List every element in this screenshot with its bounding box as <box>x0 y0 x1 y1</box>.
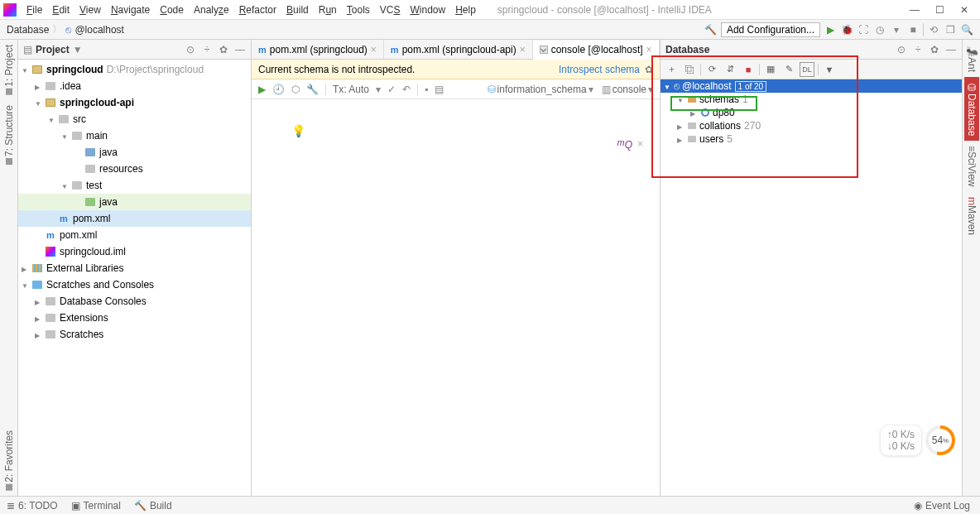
breadcrumb-root[interactable]: Database <box>7 24 49 36</box>
rollback-icon[interactable]: ↶ <box>402 84 411 95</box>
breadcrumb[interactable]: Database 〉 ⎋ @localhost <box>7 22 124 36</box>
sb-event-log[interactable]: ◉ Event Log <box>914 500 970 512</box>
db-filter-icon[interactable]: ▼ <box>822 62 837 77</box>
menu-tools[interactable]: Tools <box>342 2 375 17</box>
menu-file[interactable]: File <box>22 2 47 17</box>
sb-todo[interactable]: ≣ 6: TODO <box>7 500 58 512</box>
db-table-icon[interactable]: ▦ <box>763 62 778 77</box>
gutter-favorites[interactable]: 2: Favorites <box>2 425 17 496</box>
menu-view[interactable]: View <box>74 2 106 17</box>
menu-vcs[interactable]: VCS <box>375 2 406 17</box>
history-icon[interactable]: 🕘 <box>272 84 285 95</box>
maximize-button[interactable]: ☐ <box>934 4 945 16</box>
tab-close-icon[interactable]: × <box>520 44 526 55</box>
db-refresh-icon[interactable]: ⟳ <box>704 62 719 77</box>
hide-icon[interactable]: — <box>234 44 246 55</box>
db-hide-icon[interactable]: — <box>945 44 957 55</box>
db-settings-icon[interactable]: ✿ <box>929 44 940 55</box>
tree-node-idea[interactable]: .idea <box>18 78 251 94</box>
tab-pom-springcloud[interactable]: mpom.xml (springcloud)× <box>252 40 384 59</box>
run-icon[interactable]: ▶ <box>824 23 837 36</box>
search-close-icon[interactable]: × <box>637 138 643 150</box>
schema-selector[interactable]: ⛁information_schema▾ <box>488 84 593 95</box>
search-icon[interactable]: 🔍 <box>960 23 973 36</box>
editor-body[interactable]: 💡 mQ × <box>252 99 660 496</box>
tree-node-scratches2[interactable]: Scratches <box>18 326 251 343</box>
minimize-button[interactable]: — <box>909 4 920 16</box>
tree-node-scratches[interactable]: Scratches and Consoles <box>18 276 251 293</box>
db-users-row[interactable]: users5 <box>661 132 962 146</box>
db-edit-icon[interactable]: ✎ <box>781 62 796 77</box>
db-schemas-row[interactable]: schemas1 <box>661 93 962 106</box>
tree-node-java2[interactable]: java <box>18 194 251 210</box>
tree-node-extensions[interactable]: Extensions <box>18 310 251 326</box>
db-schema-dp80[interactable]: dp80 <box>661 106 962 119</box>
sb-build[interactable]: 🔨 Build <box>134 500 172 512</box>
vcs-update-icon[interactable]: ⟲ <box>927 23 940 36</box>
menu-navigate[interactable]: Navigate <box>106 2 155 17</box>
db-datasource-row[interactable]: ⎋ @localhost 1 of 20 <box>661 79 962 93</box>
tree-node-pom-root[interactable]: mpom.xml <box>18 227 251 243</box>
db-add-icon[interactable]: ＋ <box>664 62 679 77</box>
menu-help[interactable]: Help <box>450 2 481 17</box>
project-tree[interactable]: springcloudD:\Project\springcloud .idea … <box>18 60 251 344</box>
tree-node-iml[interactable]: springcloud.iml <box>18 243 251 260</box>
gutter-structure[interactable]: 7: Structure <box>2 100 17 170</box>
db-duplicate-icon[interactable]: ⿻ <box>682 62 697 77</box>
execute-icon[interactable]: ▶ <box>258 84 266 95</box>
tree-node-ext-libs[interactable]: External Libraries <box>18 260 251 276</box>
db-expand-icon[interactable]: ÷ <box>912 44 924 55</box>
menu-refactor[interactable]: Refactor <box>234 2 281 17</box>
tab-pom-api[interactable]: mpom.xml (springcloud-api)× <box>384 40 533 59</box>
db-target-icon[interactable]: ⊙ <box>896 44 907 55</box>
attach-icon[interactable]: ▾ <box>890 23 903 36</box>
gutter-project[interactable]: 1: Project <box>2 40 17 100</box>
menu-run[interactable]: Run <box>314 2 342 17</box>
tab-console[interactable]: console [@localhost]× <box>533 41 660 60</box>
intention-bulb-icon[interactable]: 💡 <box>291 124 305 137</box>
db-ddl-icon[interactable]: DL <box>800 62 814 77</box>
build-icon[interactable]: 🔨 <box>704 23 718 36</box>
output-icon[interactable]: ▤ <box>435 84 444 95</box>
project-panel-title[interactable]: Project <box>36 44 70 55</box>
gutter-maven[interactable]: mMaven <box>964 192 979 240</box>
menu-window[interactable]: Window <box>405 2 450 17</box>
tree-node-api[interactable]: springcloud-api <box>18 94 251 111</box>
db-tree[interactable]: ⎋ @localhost 1 of 20 schemas1 dp80 colla… <box>661 79 962 146</box>
profile-icon[interactable]: ◷ <box>873 23 886 36</box>
tree-node-db-consoles[interactable]: Database Consoles <box>18 293 251 310</box>
debug-icon[interactable]: 🐞 <box>840 23 853 36</box>
close-button[interactable]: ✕ <box>958 4 970 16</box>
stop-query-icon[interactable]: ▪ <box>425 84 428 95</box>
select-opened-icon[interactable]: ⊙ <box>185 44 196 55</box>
tree-node-java1[interactable]: java <box>18 144 251 161</box>
menu-build[interactable]: Build <box>281 2 314 17</box>
console-selector[interactable]: ▥console▾ <box>602 84 653 95</box>
db-sync-icon[interactable]: ⇵ <box>723 62 737 77</box>
settings-wrench-icon[interactable]: 🔧 <box>306 84 319 95</box>
db-stop-icon[interactable]: ■ <box>741 62 756 77</box>
db-collations-row[interactable]: collations270 <box>661 119 962 132</box>
gutter-database[interactable]: ⛁Database <box>964 77 979 141</box>
breadcrumb-item[interactable]: @localhost <box>74 24 124 36</box>
tree-node-src[interactable]: src <box>18 111 251 127</box>
add-configuration-button[interactable]: Add Configuration... <box>721 22 820 37</box>
tree-root[interactable]: springcloudD:\Project\springcloud <box>18 61 251 78</box>
tab-close-icon[interactable]: × <box>371 44 377 55</box>
structure-icon[interactable]: ❐ <box>944 23 957 36</box>
sb-terminal[interactable]: ▣ Terminal <box>71 500 121 512</box>
menu-analyze[interactable]: Analyze <box>189 2 234 17</box>
menu-code[interactable]: Code <box>155 2 189 17</box>
tab-close-icon[interactable]: × <box>646 44 652 55</box>
tree-node-test[interactable]: test <box>18 177 251 194</box>
tx-mode-selector[interactable]: Tx: Auto <box>333 84 369 95</box>
menu-edit[interactable]: Edit <box>47 2 74 17</box>
tree-node-resources[interactable]: resources <box>18 161 251 177</box>
tree-node-pom-api[interactable]: mpom.xml <box>18 210 251 227</box>
stop-icon[interactable]: ■ <box>906 23 920 36</box>
gutter-ant[interactable]: 🐜Ant <box>964 40 979 77</box>
tree-node-main[interactable]: main <box>18 127 251 144</box>
gutter-sciview[interactable]: ≡SciView <box>964 141 979 191</box>
schema-settings-icon[interactable]: ✿ <box>645 64 653 75</box>
explain-icon[interactable]: ⬡ <box>291 84 300 95</box>
